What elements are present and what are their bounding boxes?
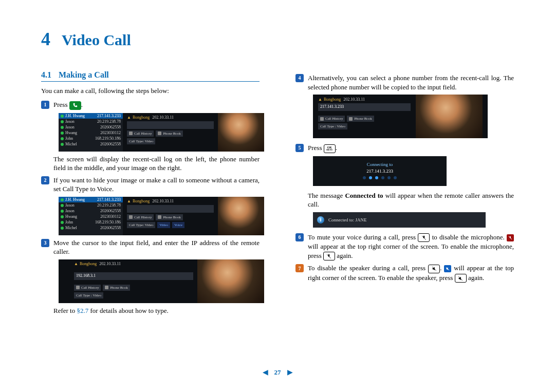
left-column: 4.1 Making a Call You can make a call, f…	[41, 70, 260, 318]
step-3: 3 Move the cursor to the input field, an…	[41, 238, 260, 256]
step-number: 3	[41, 239, 49, 247]
ip-input-copied: 217.141.3.233	[318, 103, 411, 111]
step-4: 4 Alternatively, you can select a phone …	[295, 73, 514, 91]
chapter-title: Video Call	[62, 31, 131, 49]
speaker-key-icon	[455, 274, 467, 283]
connecting-ip: 217.141.3.233	[366, 169, 393, 174]
phone-book-button: Phone Book	[156, 130, 182, 137]
calltype-label: Call Type: Video	[127, 138, 155, 144]
screenshot-selected-number: ▲Bongbong202.10.33.11 217.141.3.233 Call…	[313, 95, 488, 138]
screenshot-recent-call-log: J.H. Hwang217.141.3.233 Jason20.219.238.…	[59, 113, 264, 152]
mute-key-icon	[323, 252, 335, 260]
page-number: 27	[274, 368, 281, 377]
ip-input-filled: 192.168.3.1	[74, 272, 193, 280]
calltype-voice-selected: Video	[157, 222, 170, 228]
step-text: Press .	[53, 100, 260, 110]
step-number: 5	[295, 144, 304, 152]
right-column: 4 Alternatively, you can select a phone …	[295, 70, 514, 318]
step-5: 5 Press OKMENU.	[295, 143, 514, 153]
step-number: 2	[41, 176, 49, 184]
dial-panel: ▲Bongbong202.10.33.11 Call History Phone…	[123, 113, 218, 152]
step-number: 6	[295, 233, 304, 241]
progress-dots	[361, 175, 398, 180]
step-2: 2 If you want to hide your image or make…	[41, 176, 260, 194]
speaker-key-icon	[428, 265, 440, 273]
call-key-icon	[69, 101, 81, 110]
chapter-heading: 4 Video Call	[41, 28, 514, 50]
step-number: 4	[295, 74, 304, 82]
ok-key-icon: OKMENU	[324, 144, 336, 153]
xref-link[interactable]: §2.7	[77, 307, 88, 314]
page-footer: ◀ 27 ▶	[0, 368, 555, 377]
step-7: 7 To disable the speaker during a call, …	[295, 264, 514, 283]
self-preview	[218, 113, 264, 152]
step-1: 1 Press .	[41, 100, 260, 110]
screenshot-voice-calltype: J.H. Hwang217.141.3.233 Jason20.219.238.…	[59, 197, 264, 235]
ip-input	[127, 121, 214, 129]
screenshot-connected: i Connected to: JANE	[313, 212, 486, 228]
step-6: 6 To mute your voice during a call, pres…	[295, 233, 514, 261]
chapter-number: 4	[41, 28, 50, 50]
section-heading: 4.1 Making a Call	[41, 70, 260, 82]
call-log-panel: J.H. Hwang217.141.3.233 Jason20.219.238.…	[59, 113, 123, 152]
section-title: Making a Call	[59, 70, 109, 80]
next-page-arrow[interactable]: ▶	[287, 368, 293, 377]
step-number: 1	[41, 101, 49, 109]
intro-text: You can make a call, following the steps…	[41, 87, 260, 95]
prev-page-arrow[interactable]: ◀	[263, 368, 268, 377]
mic-muted-status-icon	[507, 234, 514, 241]
presence-icon: ▲	[127, 115, 131, 120]
section-number: 4.1	[41, 70, 51, 80]
step-1-note: The screen will display the recent-call …	[41, 155, 260, 173]
screenshot-connecting: Connecting to 217.141.3.233	[313, 156, 447, 186]
step-5-note: The message Connected to will appear whe…	[295, 191, 514, 209]
screenshot-input-ip: ▲Bongbong202.10.33.11 192.168.3.1 Call H…	[59, 259, 264, 303]
connecting-label: Connecting to	[367, 162, 393, 167]
info-icon: i	[317, 216, 324, 223]
step-number: 7	[295, 264, 304, 272]
mute-key-icon	[418, 233, 430, 242]
connected-label: Connected to: JANE	[328, 217, 367, 222]
step-3-note: Refer to §2.7 for details about how to t…	[41, 306, 260, 315]
speaker-off-status-icon	[444, 265, 451, 272]
call-history-button: Call History	[127, 130, 154, 137]
